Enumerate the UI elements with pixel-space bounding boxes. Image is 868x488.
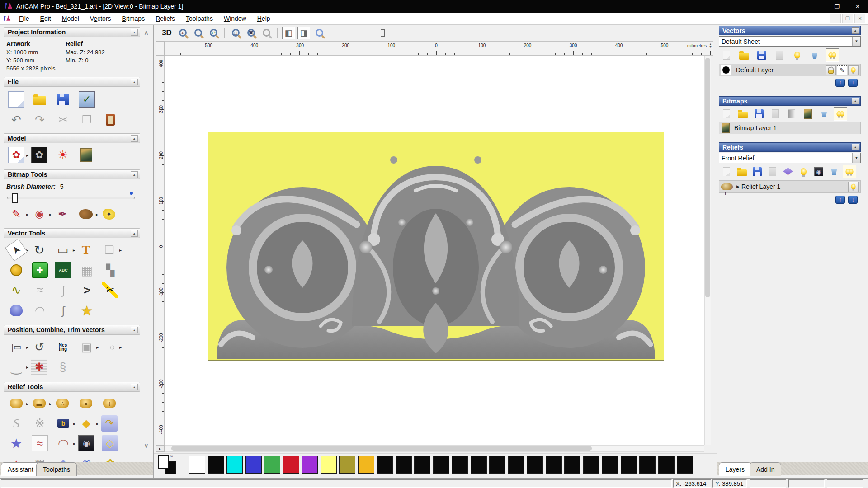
- menu-edit[interactable]: Edit: [35, 13, 57, 24]
- menu-vectors[interactable]: Vectors: [85, 13, 117, 24]
- palette-swatch[interactable]: [264, 456, 280, 474]
- flyout-arrow[interactable]: ▸: [49, 401, 52, 406]
- palette-swatch[interactable]: [377, 456, 393, 474]
- flyout-arrow[interactable]: ▸: [26, 153, 28, 158]
- slider-handle[interactable]: [12, 193, 18, 203]
- slider-thumb[interactable]: [381, 29, 385, 37]
- layer-colour-swatch[interactable]: [721, 65, 731, 75]
- preview-relief-button[interactable]: [313, 27, 326, 39]
- canvas-viewport[interactable]: [165, 56, 704, 445]
- zoom-box-button[interactable]: □: [229, 27, 242, 39]
- save-vector-layer-button[interactable]: [755, 48, 769, 62]
- sweep-profile-icon[interactable]: S: [8, 415, 24, 432]
- palette-swatch[interactable]: [583, 456, 599, 474]
- palette-swatch[interactable]: [621, 456, 637, 474]
- panel-scroll-down-icon[interactable]: ∨: [144, 441, 149, 450]
- envelope-distort-icon[interactable]: ▦: [79, 262, 95, 278]
- palette-swatch[interactable]: [471, 456, 487, 474]
- bitmap-layer-row[interactable]: Bitmap Layer 1: [719, 122, 861, 134]
- transform-vectors-icon[interactable]: ↻: [31, 242, 47, 258]
- palette-swatch[interactable]: [546, 456, 562, 474]
- ruler-units-spinner[interactable]: ▲▼: [709, 43, 712, 48]
- dome-relief-icon[interactable]: ◠: [55, 435, 71, 451]
- menu-toolpaths[interactable]: Toolpaths: [180, 13, 218, 24]
- expand-arrow-icon[interactable]: ▶: [736, 184, 740, 189]
- merge-relief-icon[interactable]: ≀: [101, 395, 118, 412]
- paint-icon[interactable]: ✎: [8, 206, 24, 222]
- collapse-icon[interactable]: ▲: [131, 29, 138, 36]
- palette-swatch[interactable]: [658, 456, 675, 474]
- restore-button[interactable]: ❐: [826, 0, 847, 13]
- vector-text-library-icon[interactable]: ABC: [55, 262, 71, 278]
- menu-bitmaps[interactable]: Bitmaps: [117, 13, 151, 24]
- menu-window[interactable]: Window: [218, 13, 252, 24]
- relief-side-dropdown[interactable]: Front Relief ▼: [719, 153, 861, 163]
- new-relief-layer-button[interactable]: [720, 165, 733, 178]
- flyout-arrow[interactable]: ▸: [96, 345, 99, 350]
- link-colours-icon[interactable]: ∞: [170, 454, 173, 459]
- zoom-previous-button[interactable]: ↩: [207, 27, 220, 39]
- create-section-icon[interactable]: ʃ: [55, 302, 71, 319]
- flyout-arrow[interactable]: ▸: [119, 345, 122, 350]
- flyout-arrow[interactable]: ▸: [26, 365, 28, 370]
- move-layer-up-button[interactable]: ↑: [835, 79, 845, 87]
- measure-icon[interactable]: [8, 262, 24, 278]
- brush-diameter-slider[interactable]: [7, 197, 135, 199]
- join-vectors-icon[interactable]: ‿: [8, 359, 24, 375]
- sculpt-icon[interactable]: ∽: [8, 395, 24, 412]
- emboss-wizard-icon[interactable]: b: [55, 415, 71, 432]
- bitmap-to-vector-icon[interactable]: ✦: [101, 206, 117, 222]
- lighting-icon[interactable]: ☀: [55, 147, 71, 163]
- vertical-scrollbar-thumb[interactable]: [705, 58, 710, 297]
- cut-icon[interactable]: ✂: [55, 112, 71, 128]
- set-model-size-icon[interactable]: ✿: [8, 147, 24, 163]
- save-bitmap-layer-button[interactable]: [752, 107, 766, 121]
- zero-plane-icon[interactable]: ◆: [78, 415, 94, 432]
- palette-swatch[interactable]: [452, 456, 468, 474]
- minimize-button[interactable]: —: [806, 0, 826, 13]
- palette-swatch[interactable]: [358, 456, 374, 474]
- mdi-restore-button[interactable]: ❐: [842, 14, 853, 23]
- palette-swatch[interactable]: [189, 456, 205, 474]
- palette-swatch[interactable]: [677, 456, 693, 474]
- hscroll-nub-button[interactable]: ▸: [156, 445, 165, 452]
- interlock-vectors-icon[interactable]: §: [55, 359, 71, 375]
- collapse-icon[interactable]: ▲: [852, 27, 859, 34]
- flyout-arrow[interactable]: ▸: [119, 248, 122, 253]
- colour-picker-icon[interactable]: ✒: [54, 206, 71, 222]
- zoom-objects-button[interactable]: [260, 27, 273, 39]
- collapse-icon[interactable]: ▲: [131, 135, 138, 142]
- new-vector-layer-button[interactable]: [720, 48, 733, 62]
- collapse-icon[interactable]: ▲: [852, 98, 859, 104]
- palette-swatch[interactable]: [396, 456, 412, 474]
- zoom-fit-button[interactable]: ▣: [245, 27, 257, 39]
- flyout-arrow[interactable]: ▸: [26, 212, 28, 217]
- transfer-relief-button[interactable]: [781, 165, 795, 178]
- delete-relief-layer-button[interactable]: [827, 165, 841, 178]
- open-vector-layer-button[interactable]: [737, 48, 751, 62]
- node-editing-icon[interactable]: ∿: [8, 282, 24, 298]
- menu-help[interactable]: Help: [252, 13, 276, 24]
- flyout-arrow[interactable]: ▸: [49, 212, 52, 217]
- palette-swatch[interactable]: [489, 456, 505, 474]
- undo-icon[interactable]: ↶: [8, 112, 24, 128]
- move-relief-down-button[interactable]: ↓: [848, 196, 858, 204]
- zoom-in-button[interactable]: +: [176, 27, 189, 39]
- palette-swatch[interactable]: [508, 456, 524, 474]
- flyout-arrow[interactable]: ▸: [73, 248, 75, 253]
- palette-swatch[interactable]: [339, 456, 355, 474]
- add-relief-icon[interactable]: ∴: [54, 395, 71, 412]
- mdi-close-button[interactable]: ✕: [854, 14, 865, 23]
- vertical-scrollbar[interactable]: [704, 56, 711, 445]
- new-bitmap-layer-button[interactable]: [720, 107, 733, 121]
- create-polyline-icon[interactable]: >: [79, 282, 95, 298]
- flyout-arrow[interactable]: ▸: [26, 345, 28, 350]
- all-layers-visible-button[interactable]: [826, 48, 839, 62]
- flyout-arrow[interactable]: ▸: [26, 401, 28, 406]
- relief-layer-row[interactable]: + ▶ Relief Layer 1: [719, 180, 861, 193]
- delete-bitmap-layer-button[interactable]: [817, 107, 831, 121]
- switch-3d-view-button[interactable]: 3D: [160, 27, 174, 39]
- tab-add-in[interactable]: Add In: [750, 462, 781, 476]
- snap-layer-button[interactable]: ✎: [837, 65, 847, 75]
- palette-swatch[interactable]: [414, 456, 430, 474]
